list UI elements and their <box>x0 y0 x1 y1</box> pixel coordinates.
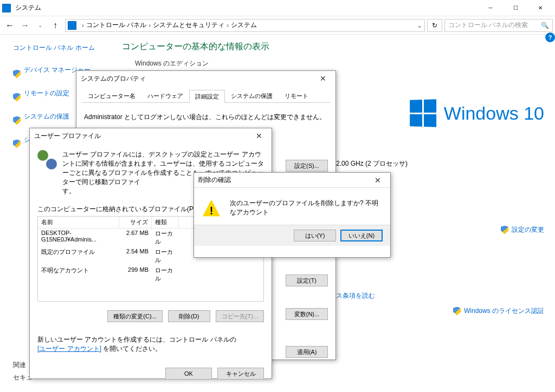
tab-hardware[interactable]: ハードウェア <box>141 89 189 102</box>
remote-settings-link[interactable]: リモートの設定 <box>24 89 69 98</box>
user-accounts-link[interactable]: [ユーザー アカウント] <box>37 345 101 352</box>
close-icon[interactable]: ✕ <box>251 132 267 140</box>
change-type-button[interactable]: 種類の変更(C)... <box>107 310 162 322</box>
copy-to-button[interactable]: コピー先(T)... <box>216 310 264 322</box>
settings-button-s[interactable]: 設定(S)... <box>286 160 328 172</box>
search-placeholder: コントロール パネルの検索 <box>448 21 528 30</box>
no-button[interactable]: いいえ(N) <box>340 230 383 241</box>
change-settings-link[interactable]: 設定の変更 <box>501 225 544 234</box>
recent-dropdown[interactable]: ⌄ <box>33 18 48 33</box>
license-terms-link[interactable]: ス条項を読む <box>336 292 375 299</box>
env-vars-button[interactable]: 変数(N)... <box>286 308 328 320</box>
breadcrumb-item[interactable]: システム <box>231 21 257 30</box>
app-icon <box>2 4 11 12</box>
up-button[interactable]: ↑ <box>48 18 63 33</box>
window-title: システム <box>15 3 478 12</box>
tab-protection[interactable]: システムの保護 <box>225 89 279 102</box>
shield-icon <box>13 93 21 102</box>
toolbar: ← → ⌄ ↑ › コントロール パネル › システムとセキュリティ › システ… <box>0 16 555 35</box>
system-icon <box>68 21 76 30</box>
close-icon[interactable]: ✕ <box>315 74 331 83</box>
titlebar: システム ─ ☐ ✕ <box>0 0 555 16</box>
warning-icon: ! <box>202 199 221 218</box>
tab-advanced[interactable]: 詳細設定 <box>189 90 225 103</box>
close-icon[interactable]: ✕ <box>370 176 386 185</box>
breadcrumb[interactable]: › コントロール パネル › システムとセキュリティ › システム ⌄ <box>65 19 425 32</box>
user-profiles-icon <box>37 150 57 169</box>
shield-icon <box>13 70 21 79</box>
cp-home-link[interactable]: コントロール パネル ホーム <box>13 43 111 53</box>
minimize-button[interactable]: ─ <box>478 0 503 16</box>
system-protection-link[interactable]: システムの保護 <box>24 112 69 121</box>
shield-icon <box>501 226 508 234</box>
table-row[interactable]: 不明なアカウント299 MBローカル <box>38 265 263 284</box>
chevron-right-icon: › <box>82 22 84 29</box>
new-account-text: 新しいユーザー アカウントを作成するには、コントロール パネルの <box>37 336 236 343</box>
windows-activation-link[interactable]: Windows のライセンス認証 <box>453 306 544 316</box>
windows-logo: Windows 10 <box>409 100 544 127</box>
col-name[interactable]: 名前 <box>38 217 119 228</box>
page-heading: コンピューターの基本的な情報の表示 <box>122 41 544 53</box>
settings-button-t[interactable]: 設定(T) <box>286 275 328 286</box>
ok-button[interactable]: OK <box>165 368 212 380</box>
search-icon: 🔍 <box>541 22 549 29</box>
col-size[interactable]: サイズ <box>119 217 152 228</box>
tabs: コンピューター名 ハードウェア 詳細設定 システムの保護 リモート <box>82 89 330 103</box>
delete-button[interactable]: 削除(D) <box>168 310 210 322</box>
refresh-button[interactable]: ↻ <box>427 19 442 32</box>
shield-icon <box>13 140 21 148</box>
cancel-button[interactable]: キャンセル <box>217 368 264 380</box>
tab-computer-name[interactable]: コンピューター名 <box>82 89 141 102</box>
windows-flag-icon <box>410 99 436 127</box>
shield-icon <box>13 116 21 125</box>
delete-confirm-dialog: 削除の確認 ✕ ! 次のユーザーのプロファイルを削除しますか? 不明なアカウント… <box>193 172 391 258</box>
shield-icon <box>453 307 461 316</box>
dialog-title: 削除の確認 <box>198 175 231 185</box>
close-button[interactable]: ✕ <box>528 0 553 16</box>
dialog-title: システムのプロパティ <box>81 74 146 83</box>
tab-remote[interactable]: リモート <box>279 89 314 102</box>
admin-note: Administrator としてログオンしない場合は、これらのほとんどは変更で… <box>84 113 328 122</box>
processor-speed: 2.00 GHz (2 プロセッサ) <box>336 159 408 168</box>
chevron-right-icon: › <box>149 22 151 29</box>
col-type[interactable]: 種類 <box>152 217 179 228</box>
forward-button[interactable]: → <box>17 18 33 33</box>
breadcrumb-dropdown[interactable]: ⌄ <box>417 22 422 29</box>
back-button[interactable]: ← <box>2 18 17 33</box>
search-input[interactable]: コントロール パネルの検索 🔍 <box>444 19 553 32</box>
window-controls: ─ ☐ ✕ <box>478 0 553 16</box>
apply-button[interactable]: 適用(A) <box>286 346 328 358</box>
windows10-text: Windows 10 <box>444 103 544 124</box>
profile-description-end: す。 <box>62 187 75 195</box>
chevron-right-icon: › <box>227 22 229 29</box>
confirm-message: 次のユーザーのプロファイルを削除しますか? 不明なアカウント <box>230 199 383 217</box>
breadcrumb-item[interactable]: コントロール パネル <box>86 21 146 30</box>
breadcrumb-item[interactable]: システムとセキュリティ <box>153 21 224 30</box>
maximize-button[interactable]: ☐ <box>503 0 528 16</box>
edition-label: Windows のエディション <box>135 59 544 68</box>
yes-button[interactable]: はい(Y) <box>294 230 336 241</box>
help-icon[interactable]: ? <box>545 32 555 42</box>
dialog-title: ユーザー プロファイル <box>34 132 101 141</box>
